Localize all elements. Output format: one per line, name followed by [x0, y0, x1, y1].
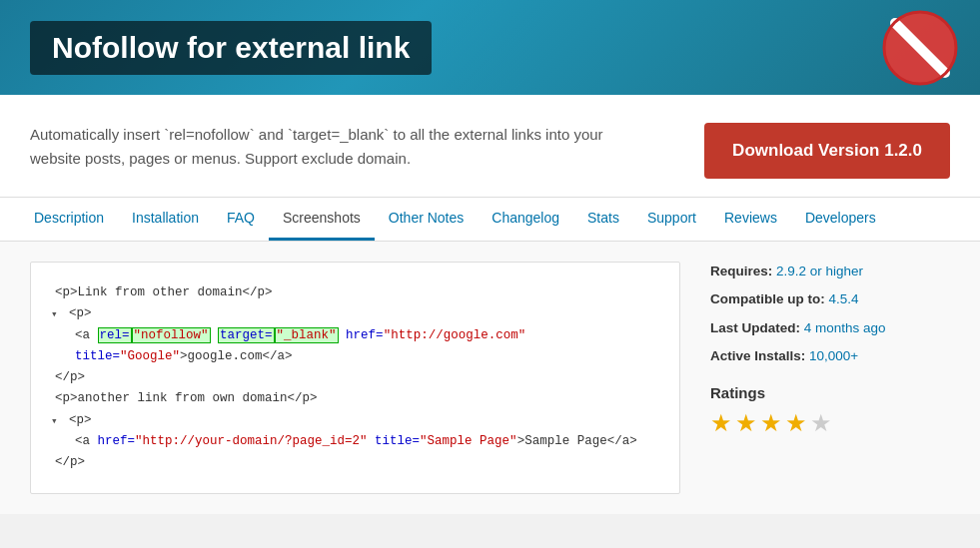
download-button[interactable]: Download Version 1.2.0 — [704, 123, 950, 179]
tab-screenshots[interactable]: Screenshots — [269, 198, 375, 241]
tab-developers[interactable]: Developers — [791, 198, 890, 241]
tab-description[interactable]: Description — [20, 198, 118, 241]
installs-row: Active Installs: 10,000+ — [710, 346, 950, 366]
code-text: <p> — [65, 303, 92, 324]
star-1: ★ — [710, 411, 732, 435]
ratings-label: Ratings — [710, 384, 950, 401]
compatible-value: 4.5.4 — [829, 291, 859, 306]
tab-changelog[interactable]: Changelog — [478, 198, 573, 241]
updated-row: Last Updated: 4 months ago — [710, 318, 950, 338]
sidebar-panel: Requires: 2.9.2 or higher Compatible up … — [710, 262, 950, 494]
tab-stats[interactable]: Stats — [573, 198, 633, 241]
header-banner: Nofollow for external link — [0, 0, 980, 95]
code-text: <a rel="nofollow" target="_blank" href="… — [71, 325, 659, 368]
star-3: ★ — [760, 411, 782, 435]
code-line-7: <a href="http://your-domain/?page_id=2" … — [51, 431, 659, 452]
plugin-description: Automatically insert `rel=nofollow` and … — [30, 123, 629, 171]
tab-other-notes[interactable]: Other Notes — [375, 198, 478, 241]
requires-value: 2.9.2 or higher — [776, 264, 863, 278]
main-content: Automatically insert `rel=nofollow` and … — [0, 95, 980, 242]
code-line-5: <p>another link from own domain</p> — [51, 388, 659, 409]
toggle-icon-2[interactable]: ▾ — [51, 410, 61, 431]
ratings-stars: ★ ★ ★ ★ ★ — [710, 411, 950, 435]
tabs-bar: Description Installation FAQ Screenshots… — [0, 197, 980, 242]
updated-label: Last Updated: — [710, 320, 800, 335]
code-text: <p>another link from own domain</p> — [51, 388, 318, 409]
code-text: </p> — [51, 452, 85, 473]
code-line-8: </p> — [51, 452, 659, 473]
requires-label: Requires: — [710, 264, 772, 278]
tab-installation[interactable]: Installation — [118, 198, 213, 241]
star-5: ★ — [810, 411, 832, 435]
code-display: <p>Link from other domain</p> ▾ <p> <a r… — [51, 282, 659, 473]
code-line-6: ▾ <p> — [51, 410, 659, 431]
plugin-info-bar: Automatically insert `rel=nofollow` and … — [0, 95, 980, 197]
updated-value: 4 months ago — [804, 320, 886, 335]
content-area: <p>Link from other domain</p> ▾ <p> <a r… — [0, 242, 980, 514]
code-text: <p> — [65, 410, 92, 431]
installs-value: 10,000+ — [809, 348, 858, 363]
code-line-2: ▾ <p> — [51, 303, 659, 324]
star-2: ★ — [735, 411, 757, 435]
tab-reviews[interactable]: Reviews — [710, 198, 791, 241]
screenshot-panel: <p>Link from other domain</p> ▾ <p> <a r… — [30, 262, 680, 494]
compatible-label: Compatible up to: — [710, 291, 825, 306]
code-line-4: </p> — [51, 367, 659, 388]
plugin-title: Nofollow for external link — [30, 21, 432, 75]
plugin-icon — [880, 8, 960, 88]
star-4: ★ — [785, 411, 807, 435]
toggle-icon[interactable]: ▾ — [51, 303, 61, 324]
code-text: <p>Link from other domain</p> — [51, 282, 273, 303]
requires-row: Requires: 2.9.2 or higher — [710, 262, 950, 281]
code-line-3: <a rel="nofollow" target="_blank" href="… — [51, 325, 659, 368]
tab-faq[interactable]: FAQ — [213, 198, 269, 241]
installs-label: Active Installs: — [710, 348, 805, 363]
tab-support[interactable]: Support — [633, 198, 710, 241]
compatible-row: Compatible up to: 4.5.4 — [710, 289, 950, 309]
code-text: </p> — [51, 367, 85, 388]
code-line-1: <p>Link from other domain</p> — [51, 282, 659, 303]
code-text: <a href="http://your-domain/?page_id=2" … — [71, 431, 637, 452]
